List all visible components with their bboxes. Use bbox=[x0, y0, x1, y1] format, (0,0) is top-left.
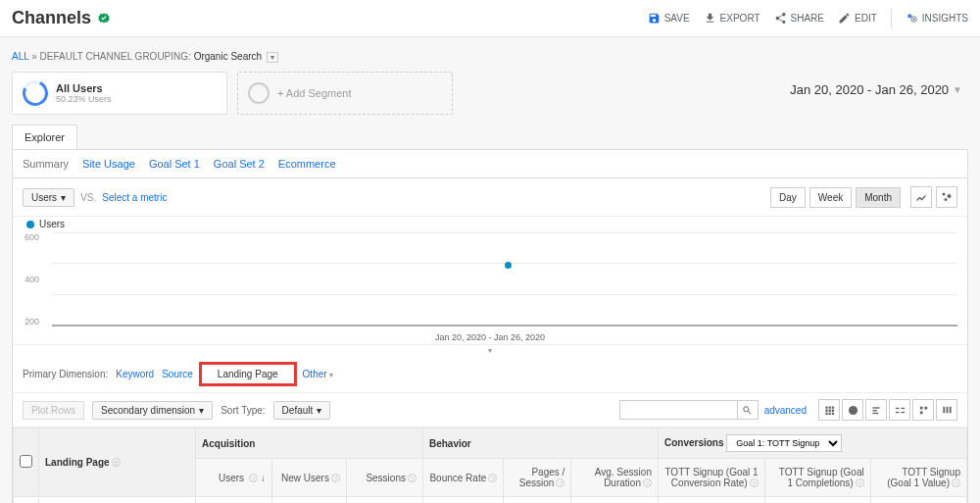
totals-row: 538% of Total: 50.23% (1,071) 461% of To… bbox=[14, 497, 967, 504]
svg-rect-9 bbox=[895, 407, 899, 408]
col-bounce[interactable]: Bounce Rate? bbox=[422, 459, 503, 497]
dimension-landing-page[interactable]: Landing Page bbox=[210, 365, 286, 383]
view-pivot-icon[interactable] bbox=[912, 399, 934, 421]
granularity-day[interactable]: Day bbox=[770, 187, 806, 208]
plot-rows-button: Plot Rows bbox=[23, 401, 84, 420]
dimension-keyword[interactable]: Keyword bbox=[116, 369, 154, 379]
secondary-dimension-selector[interactable]: Secondary dimension ▾ bbox=[92, 401, 213, 420]
chart-motion-icon[interactable] bbox=[936, 186, 957, 208]
primary-metric-selector[interactable]: Users ▾ bbox=[23, 188, 74, 207]
subtab-site-usage[interactable]: Site Usage bbox=[82, 158, 135, 170]
view-cloud-icon[interactable] bbox=[936, 399, 957, 421]
select-all-checkbox[interactable] bbox=[20, 455, 32, 468]
subtab-summary[interactable]: Summary bbox=[23, 158, 69, 170]
svg-rect-7 bbox=[872, 410, 877, 411]
col-conv-rate[interactable]: TOTT Signup (Goal 1 Conversion Rate)? bbox=[658, 459, 764, 497]
breadcrumb: ALL » DEFAULT CHANNEL GROUPING: Organic … bbox=[12, 47, 968, 68]
export-button[interactable]: EXPORT bbox=[704, 12, 760, 25]
svg-point-3 bbox=[943, 193, 946, 196]
breadcrumb-dropdown-icon[interactable]: ▾ bbox=[267, 52, 278, 63]
date-range-picker[interactable]: Jan 20, 2020 - Jan 26, 2020▼ bbox=[790, 82, 962, 97]
plus-circle-icon bbox=[248, 82, 270, 104]
subtab-goal2[interactable]: Goal Set 2 bbox=[214, 158, 265, 170]
col-users[interactable]: Users? ↓ bbox=[196, 459, 272, 497]
breadcrumb-all[interactable]: ALL bbox=[12, 51, 28, 62]
view-table-icon[interactable] bbox=[818, 399, 840, 421]
col-value[interactable]: TOTT Signup (Goal 1 Value)? bbox=[870, 459, 966, 497]
dimension-other[interactable]: Other ▾ bbox=[303, 369, 334, 379]
share-button[interactable]: SHARE bbox=[774, 12, 824, 25]
dimension-source[interactable]: Source bbox=[162, 369, 193, 379]
add-segment-button[interactable]: + Add Segment bbox=[237, 72, 453, 115]
expand-handle[interactable]: ▾ bbox=[13, 344, 967, 356]
segment-donut-icon bbox=[19, 76, 51, 109]
search-input[interactable] bbox=[619, 400, 737, 420]
verified-icon bbox=[97, 12, 111, 25]
advanced-link[interactable]: advanced bbox=[764, 405, 807, 416]
goal-selector[interactable]: Goal 1: TOTT Signup bbox=[726, 434, 842, 452]
secondary-metric-selector[interactable]: Select a metric bbox=[102, 192, 167, 203]
data-table: Landing Page? Acquisition Behavior Conve… bbox=[13, 428, 967, 503]
svg-rect-6 bbox=[872, 407, 879, 408]
svg-point-5 bbox=[945, 198, 948, 201]
svg-point-2 bbox=[912, 19, 914, 21]
data-point[interactable] bbox=[505, 262, 512, 269]
caret-down-icon: ▾ bbox=[61, 192, 66, 203]
insights-button[interactable]: INSIGHTS bbox=[906, 12, 968, 25]
view-comparison-icon[interactable] bbox=[889, 399, 910, 421]
caret-down-icon: ▼ bbox=[953, 84, 962, 95]
sort-type-selector[interactable]: Default ▾ bbox=[273, 401, 331, 420]
toolbar: SAVE EXPORT SHARE EDIT INSIGHTS bbox=[648, 9, 968, 28]
sort-down-icon: ↓ bbox=[261, 473, 266, 483]
segment-all-users[interactable]: All Users 50.23% Users bbox=[12, 72, 227, 115]
svg-rect-13 bbox=[943, 406, 945, 412]
chart-area: Users 600 400 200 Jan 20, 2020 - Jan 26,… bbox=[13, 217, 967, 344]
svg-point-0 bbox=[907, 14, 911, 18]
svg-rect-8 bbox=[872, 412, 878, 413]
legend-dot-icon bbox=[26, 221, 34, 228]
subtab-goal1[interactable]: Goal Set 1 bbox=[149, 158, 200, 170]
col-duration[interactable]: Avg. Session Duration? bbox=[571, 459, 659, 497]
subtab-ecommerce[interactable]: Ecommerce bbox=[278, 158, 336, 170]
svg-point-4 bbox=[948, 194, 952, 198]
view-pie-icon[interactable] bbox=[842, 399, 863, 421]
edit-button[interactable]: EDIT bbox=[838, 12, 877, 25]
view-bar-icon[interactable] bbox=[865, 399, 887, 421]
col-pps[interactable]: Pages / Session? bbox=[504, 459, 571, 497]
highlighted-dimension: Landing Page bbox=[199, 362, 297, 386]
svg-rect-12 bbox=[901, 411, 905, 412]
tab-explorer[interactable]: Explorer bbox=[13, 126, 76, 149]
col-completions[interactable]: TOTT Signup (Goal 1 Completions)? bbox=[764, 459, 870, 497]
granularity-month[interactable]: Month bbox=[856, 187, 901, 208]
page-title: Channels bbox=[12, 8, 91, 28]
col-new-users[interactable]: New Users? bbox=[272, 459, 347, 497]
col-sessions[interactable]: Sessions? bbox=[346, 459, 422, 497]
granularity-week[interactable]: Week bbox=[809, 187, 852, 208]
save-button[interactable]: SAVE bbox=[648, 12, 690, 25]
svg-rect-10 bbox=[901, 407, 905, 408]
svg-rect-15 bbox=[949, 406, 951, 412]
search-button[interactable] bbox=[737, 400, 759, 420]
svg-rect-11 bbox=[895, 411, 899, 412]
svg-rect-14 bbox=[946, 406, 948, 412]
chart-line-icon[interactable] bbox=[910, 186, 932, 208]
